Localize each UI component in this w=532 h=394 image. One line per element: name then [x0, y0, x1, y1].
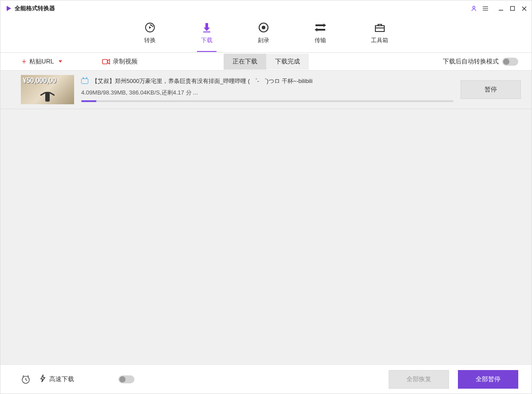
app-window: 全能格式转换器 [0, 0, 532, 394]
speed-download-toggle[interactable] [118, 375, 134, 383]
download-icon [201, 21, 213, 34]
minimize-button[interactable] [497, 4, 505, 12]
item-title: 【艾叔】郑州5000万豪宅里，养条巨贵有没有排面_哔哩哔哩 ( ゜- ゜)つロ … [92, 77, 312, 85]
item-status: 4.09MB/98.39MB, 386.04KB/S,还剩4.17 分 ... [81, 89, 453, 97]
thumbnail-text: ¥50,000,00 [23, 77, 56, 85]
download-list: ¥50,000,00 【艾叔】郑州5000万豪宅里，养条巨贵有没有排面_哔哩哔哩… [0, 71, 532, 364]
plus-icon: + [22, 58, 27, 66]
close-button[interactable] [520, 4, 528, 12]
subtab-completed[interactable]: 下载完成 [266, 54, 309, 70]
svg-rect-13 [203, 32, 210, 32]
app-title: 全能格式转换器 [15, 4, 55, 12]
svg-rect-11 [205, 23, 208, 28]
nav-label: 工具箱 [371, 36, 388, 44]
app-logo-icon [7, 6, 11, 11]
paste-url-label: 粘贴URL [29, 58, 54, 66]
svg-marker-12 [204, 28, 210, 31]
pause-all-button[interactable]: 全部暂停 [458, 370, 518, 389]
footer: 高速下载 全部恢复 全部暂停 [0, 364, 532, 394]
nav-tab-transfer[interactable]: 传输 [306, 18, 335, 51]
progress-fill [81, 100, 96, 102]
auto-convert-toggle-group: 下载后自动转换模式 [443, 58, 518, 66]
nav-tab-download[interactable]: 下载 [193, 18, 221, 51]
sub-tabs: 正在下载 下载完成 [224, 54, 309, 70]
paste-url-button[interactable]: + 粘贴URL [22, 58, 62, 66]
pause-button[interactable]: 暂停 [461, 80, 521, 99]
svg-rect-18 [317, 29, 325, 31]
resume-all-button[interactable]: 全部恢复 [389, 370, 449, 389]
svg-point-24 [22, 376, 29, 383]
main-nav: 转换 下载 刻录 传输 [0, 16, 532, 53]
transfer-icon [314, 21, 327, 34]
record-video-button[interactable]: 录制视频 [102, 58, 138, 66]
nav-label: 转换 [144, 36, 156, 44]
maximize-button[interactable] [508, 4, 516, 12]
svg-rect-20 [375, 26, 384, 32]
item-info: 【艾叔】郑州5000万豪宅里，养条巨贵有没有排面_哔哩哔哩 ( ゜- ゜)つロ … [81, 77, 453, 102]
svg-marker-17 [323, 24, 326, 27]
svg-line-26 [26, 380, 27, 381]
svg-line-7 [522, 7, 526, 11]
nav-tab-toolbox[interactable]: 工具箱 [363, 18, 396, 51]
svg-marker-10 [149, 26, 151, 29]
svg-point-0 [473, 6, 475, 8]
auto-convert-label: 下载后自动转换模式 [443, 58, 499, 66]
auto-convert-toggle[interactable] [502, 58, 518, 66]
scheduler-icon[interactable] [21, 374, 31, 384]
svg-rect-22 [102, 59, 107, 64]
record-video-label: 录制视频 [113, 58, 138, 66]
speed-download-group: 高速下载 [39, 374, 74, 384]
download-item: ¥50,000,00 【艾叔】郑州5000万豪宅里，养条巨贵有没有排面_哔哩哔哩… [0, 71, 532, 109]
svg-marker-9 [152, 26, 154, 28]
bilibili-icon [81, 79, 88, 84]
svg-line-27 [23, 375, 24, 377]
nav-tab-convert[interactable]: 转换 [136, 18, 164, 51]
svg-rect-5 [511, 7, 515, 11]
nav-label: 刻录 [258, 36, 269, 44]
convert-icon [144, 21, 156, 34]
svg-line-28 [28, 375, 29, 377]
speed-download-label: 高速下载 [49, 375, 74, 383]
subtab-downloading[interactable]: 正在下载 [224, 54, 266, 70]
nav-tab-burn[interactable]: 刻录 [249, 18, 278, 51]
nav-label: 传输 [315, 36, 326, 44]
title-controls [470, 4, 528, 12]
video-thumbnail[interactable]: ¥50,000,00 [21, 75, 74, 104]
progress-bar [81, 100, 453, 102]
svg-marker-19 [315, 28, 317, 32]
camera-icon [102, 59, 110, 65]
title-bar: 全能格式转换器 [0, 0, 532, 16]
burn-icon [257, 21, 270, 34]
hamburger-menu-icon[interactable] [482, 5, 489, 12]
svg-marker-29 [41, 375, 45, 382]
svg-point-14 [259, 23, 268, 32]
svg-point-8 [146, 23, 154, 32]
nav-label: 下载 [201, 36, 213, 44]
lightning-icon [39, 374, 46, 384]
user-icon[interactable] [470, 5, 477, 12]
svg-line-6 [522, 7, 526, 11]
svg-marker-23 [107, 59, 110, 64]
toolbar: + 粘贴URL 录制视频 正在下载 下载完成 下载后自动转换模式 [0, 53, 532, 71]
toolbox-icon [374, 21, 386, 34]
chevron-down-icon [59, 60, 62, 63]
svg-point-15 [262, 26, 265, 29]
svg-rect-16 [315, 24, 323, 26]
